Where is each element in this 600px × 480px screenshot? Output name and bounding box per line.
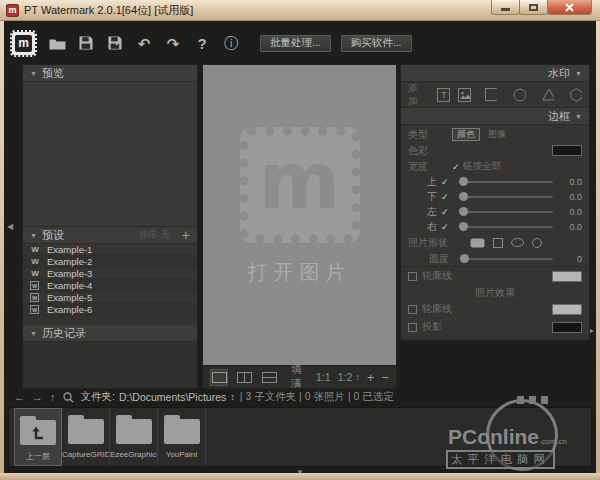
open-folder-button[interactable] [47, 32, 67, 54]
collapse-bottom-panel-arrow[interactable]: ▼ [296, 468, 304, 473]
folder-icon [116, 419, 152, 444]
preset-list-item[interactable]: WExample-1 [23, 244, 197, 256]
forward-button[interactable]: → [32, 392, 43, 403]
path-spinner[interactable]: ↕ [230, 392, 235, 402]
w-glyph: W [32, 283, 37, 289]
border-section-header[interactable]: 边框 ▼ [401, 108, 589, 125]
preview-section-header[interactable]: ▼ 预览 [23, 65, 197, 82]
batch-process-button[interactable]: 批量处理... [260, 35, 331, 52]
folder-tile-label: CaptureGRID 4 [62, 450, 109, 459]
back-button[interactable]: ← [14, 392, 25, 403]
top-slider[interactable] [459, 181, 553, 183]
bottom-value: 0.0 [560, 192, 582, 202]
slider-thumb[interactable] [459, 177, 468, 186]
redo-icon: ↷ [167, 36, 180, 51]
presets-sort-control[interactable]: 排序: 无 [140, 229, 170, 241]
roundness-row: 圆度 0 [401, 251, 589, 266]
border-type-color-button[interactable]: 颜色 [452, 128, 480, 141]
outline-color-swatch[interactable] [552, 271, 582, 282]
folder-tile-up[interactable]: 上一层 [14, 408, 62, 466]
slider-thumb[interactable] [459, 192, 468, 201]
link-all-checkbox[interactable]: ✓ [452, 162, 463, 172]
search-icon[interactable] [63, 392, 74, 403]
text-watermark-icon: W [30, 269, 40, 278]
circle-shape-button[interactable] [513, 88, 526, 102]
outline-label: 轮廓线 [422, 269, 452, 283]
preset-list-item[interactable]: WExample-2 [23, 256, 197, 268]
add-label: 添加 [408, 82, 425, 108]
up-button[interactable]: ↑ [50, 392, 56, 403]
save-as-button[interactable] [105, 32, 125, 54]
effect-outline-color-swatch[interactable] [552, 304, 582, 315]
border-color-swatch[interactable] [552, 145, 582, 156]
current-path[interactable]: D:\Documents\Pictures [119, 391, 226, 403]
preset-list-item[interactable]: WExample-5 [23, 292, 197, 304]
zoom-out-button[interactable]: − [381, 370, 389, 385]
view-mode-single-button[interactable] [210, 369, 228, 386]
minimize-button[interactable] [491, 0, 520, 15]
close-icon [564, 2, 575, 13]
square-shape-button[interactable] [485, 88, 497, 101]
roundness-slider[interactable] [460, 258, 553, 260]
collapse-left-panel-arrow[interactable]: ◀ [7, 223, 13, 231]
add-preset-button[interactable]: + [182, 228, 190, 242]
view-mode-split-horizontal-button[interactable] [260, 369, 278, 386]
effect-outline-checkbox[interactable] [408, 305, 417, 314]
about-button[interactable]: ⓘ [221, 32, 241, 54]
redo-button[interactable]: ↷ [163, 32, 183, 54]
zoom-ratio-spinner[interactable]: ↕ [355, 372, 360, 382]
watermark-section-header[interactable]: 水印 ▼ [401, 65, 589, 82]
undo-button[interactable]: ↶ [134, 32, 154, 54]
add-text-watermark-button[interactable]: T [437, 88, 450, 102]
border-right-slider-row: 右 ✓ 0.0 [401, 219, 589, 234]
right-slider[interactable] [459, 226, 553, 228]
view-mode-split-vertical-button[interactable] [235, 369, 253, 386]
left-checkbox[interactable]: ✓ [441, 207, 452, 217]
preset-list-item[interactable]: WExample-3 [23, 268, 197, 280]
add-image-watermark-button[interactable] [458, 88, 471, 102]
save-button[interactable] [76, 32, 96, 54]
roundness-value: 0 [560, 254, 582, 264]
buy-software-button[interactable]: 购买软件... [341, 35, 412, 52]
close-button[interactable] [547, 0, 592, 15]
square-photo-shape-button[interactable] [493, 238, 503, 248]
folder-tile[interactable]: YouPaint [158, 408, 206, 466]
top-checkbox[interactable]: ✓ [441, 177, 452, 187]
folder-tile[interactable]: EzeeGraphicD... [110, 408, 158, 466]
border-type-image-button[interactable]: 图像 [483, 128, 511, 141]
border-left-slider-row: 左 ✓ 0.0 [401, 204, 589, 219]
zoom-1-1-button[interactable]: 1:1 [316, 371, 331, 383]
outline-checkbox[interactable] [408, 272, 417, 281]
left-value: 0.0 [560, 207, 582, 217]
effect-outline-label: 轮廓线 [422, 302, 452, 316]
preset-list-item[interactable]: WExample-6 [23, 304, 197, 316]
slider-thumb[interactable] [459, 207, 468, 216]
zoom-in-button[interactable]: + [367, 370, 375, 385]
maximize-button[interactable] [519, 0, 548, 15]
bottom-checkbox[interactable]: ✓ [441, 192, 452, 202]
zoom-1-2-button[interactable]: 1:2 [338, 371, 353, 383]
bottom-slider[interactable] [459, 196, 553, 198]
slider-thumb[interactable] [460, 254, 469, 263]
presets-section-header[interactable]: ▼ 预设 排序: 无 + [23, 227, 197, 244]
shadow-color-swatch[interactable] [552, 322, 582, 333]
help-button[interactable]: ? [192, 32, 212, 54]
preset-label: Example-1 [47, 244, 92, 255]
folder-tile[interactable]: CaptureGRID 4 [62, 408, 110, 466]
right-checkbox[interactable]: ✓ [441, 222, 452, 232]
slider-thumb[interactable] [459, 222, 468, 231]
photo-shape-row: 照片形状 [401, 234, 589, 251]
circle-photo-shape-button[interactable] [532, 238, 542, 248]
preset-list-item[interactable]: WExample-4 [23, 280, 197, 292]
hexagon-shape-button[interactable] [570, 88, 582, 102]
up-folder-icon [20, 420, 56, 445]
image-canvas[interactable]: m 打开图片 填满 1:1 1:2 ↕ + − [202, 64, 397, 389]
zoom-fit-button[interactable]: 填满 [291, 363, 309, 391]
shadow-checkbox[interactable] [408, 323, 417, 332]
rounded-rect-shape-button[interactable] [470, 238, 485, 248]
left-slider[interactable] [459, 211, 553, 213]
history-section-header[interactable]: ▼ 历史记录 [23, 325, 197, 342]
triangle-shape-button[interactable] [542, 88, 555, 101]
folder-icon [49, 37, 66, 50]
ellipse-photo-shape-button[interactable] [511, 238, 524, 247]
